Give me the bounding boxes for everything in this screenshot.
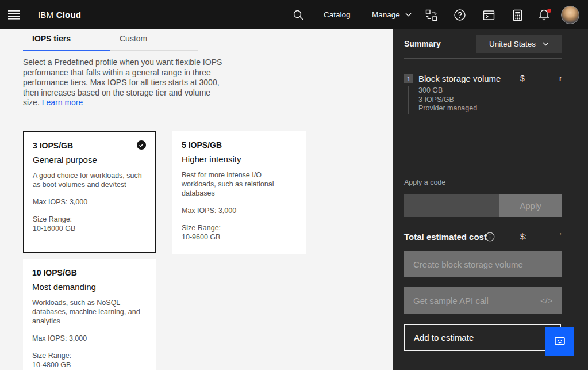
- app-root: IBM Cloud Catalog Manage: [0, 0, 588, 370]
- cost-estimator-button[interactable]: [510, 7, 525, 22]
- tab-iops-tiers[interactable]: IOPS tiers: [23, 34, 110, 51]
- summary-sidebar: Summary United States 1 Block storage vo…: [393, 29, 588, 370]
- chevron-down-icon: [405, 13, 412, 17]
- nav-manage-label: Manage: [372, 10, 400, 19]
- card-description: A good choice for workloads, such as boo…: [33, 171, 146, 189]
- item-index-badge: 1: [404, 74, 413, 83]
- summary-title: Summary: [404, 39, 441, 48]
- apply-button[interactable]: Apply: [499, 194, 562, 217]
- cloud-shell-button[interactable]: [481, 7, 496, 22]
- calculator-icon: [512, 9, 524, 21]
- total-cost-label: Total estimated cost: [404, 232, 487, 242]
- card-max-iops: Max IOPS: 3,000: [182, 207, 297, 215]
- card-title: 10 IOPS/GB: [32, 268, 77, 277]
- terminal-icon: [483, 9, 495, 21]
- tab-iops-tiers-label: IOPS tiers: [32, 34, 71, 43]
- region-selector-label: United States: [489, 40, 536, 48]
- chevron-down-icon: [543, 42, 549, 46]
- size-range-value: 10-4800 GB: [32, 360, 147, 369]
- card-max-iops: Max IOPS: 3,000: [33, 198, 146, 206]
- region-selector[interactable]: United States: [476, 35, 562, 53]
- tab-custom-label: Custom: [120, 34, 147, 43]
- info-icon[interactable]: [485, 232, 495, 242]
- help-button[interactable]: [452, 7, 467, 22]
- card-subtitle: Higher intensity: [182, 154, 297, 164]
- brand-suffix: Cloud: [56, 10, 82, 20]
- main-content: IOPS tiers Custom Select a Predefined pr…: [0, 29, 393, 370]
- iops-tier-card-3iops[interactable]: 3 IOPS/GB General purpose A good choice …: [23, 131, 156, 253]
- promo-divider: [404, 171, 562, 171]
- notification-dot: [547, 9, 551, 13]
- item-detail-size: 300 GB: [418, 86, 477, 96]
- card-description: Best for more intense I/O workloads, suc…: [182, 170, 297, 198]
- card-head: 5 IOPS/GB: [182, 140, 297, 150]
- chat-button[interactable]: [545, 327, 574, 356]
- brand-prefix: IBM: [38, 10, 53, 20]
- summary-item-price-suffix: r: [559, 74, 562, 83]
- get-api-call-button[interactable]: Get sample API call </>: [404, 287, 562, 314]
- nav-manage[interactable]: Manage: [372, 10, 412, 19]
- card-size-range: Size Range: 10-9600 GB: [182, 223, 297, 242]
- selected-check-icon: [137, 140, 146, 150]
- user-avatar[interactable]: [561, 6, 579, 24]
- notifications-button[interactable]: [536, 7, 551, 22]
- card-description: Workloads, such as NoSQL databases, mach…: [32, 298, 147, 326]
- menu-button[interactable]: [6, 7, 22, 22]
- item-detail-iops: 3 IOPS/GB: [418, 96, 477, 105]
- get-api-call-label: Get sample API call: [413, 296, 489, 306]
- chat-icon: [552, 334, 567, 349]
- learn-more-link[interactable]: Learn more: [42, 98, 83, 107]
- switcher-icon: [425, 9, 437, 21]
- search-button[interactable]: [291, 7, 306, 22]
- brand-ibm-cloud[interactable]: IBM Cloud: [38, 10, 81, 20]
- card-head: 3 IOPS/GB: [33, 141, 146, 150]
- switcher-button[interactable]: [424, 7, 439, 22]
- item-detail-managed: Provider managed: [418, 104, 477, 113]
- total-cost-value: $:: [520, 232, 527, 241]
- size-range-label: Size Range:: [182, 223, 297, 232]
- code-icon: </>: [540, 296, 553, 305]
- add-to-estimate-button[interactable]: Add to estimate: [404, 324, 561, 351]
- card-size-range: Size Range: 10-4800 GB: [32, 351, 147, 369]
- iops-tier-card-10iops[interactable]: 10 IOPS/GB Most demanding Workloads, suc…: [23, 259, 156, 370]
- size-range-label: Size Range:: [33, 215, 146, 224]
- summary-item-details: 300 GB 3 IOPS/GB Provider managed: [418, 86, 477, 113]
- card-subtitle: General purpose: [33, 155, 146, 165]
- search-icon: [293, 9, 305, 21]
- menu-icon: [8, 10, 20, 20]
- size-range-label: Size Range:: [32, 351, 147, 360]
- summary-divider: [404, 58, 562, 59]
- help-icon: [454, 9, 466, 21]
- size-range-value: 10-16000 GB: [33, 224, 146, 233]
- intro-paragraph: Select a Predefined profile when you wan…: [23, 58, 223, 108]
- tab-custom[interactable]: Custom: [110, 34, 198, 51]
- iops-tier-card-5iops[interactable]: 5 IOPS/GB Higher intensity Best for more…: [172, 131, 306, 254]
- nav-catalog[interactable]: Catalog: [324, 10, 351, 19]
- create-volume-button[interactable]: Create block storage volume: [404, 251, 562, 277]
- promo-code-label: Apply a code: [404, 178, 445, 186]
- card-title: 3 IOPS/GB: [33, 141, 73, 150]
- promo-code-input[interactable]: [404, 194, 499, 217]
- card-title: 5 IOPS/GB: [182, 140, 222, 150]
- summary-item-price: $: [520, 74, 525, 83]
- total-cost-suffix: ': [560, 232, 561, 240]
- card-head: 10 IOPS/GB: [32, 268, 147, 277]
- iops-tabs: IOPS tiers Custom: [23, 34, 198, 51]
- top-header-bar: IBM Cloud Catalog Manage: [0, 0, 588, 29]
- size-range-value: 10-9600 GB: [182, 232, 297, 242]
- item-tree-line: [408, 86, 409, 114]
- card-max-iops: Max IOPS: 3,000: [32, 334, 147, 342]
- summary-item-name: Block storage volume: [418, 74, 501, 83]
- card-subtitle: Most demanding: [32, 282, 147, 292]
- card-size-range: Size Range: 10-16000 GB: [33, 215, 146, 233]
